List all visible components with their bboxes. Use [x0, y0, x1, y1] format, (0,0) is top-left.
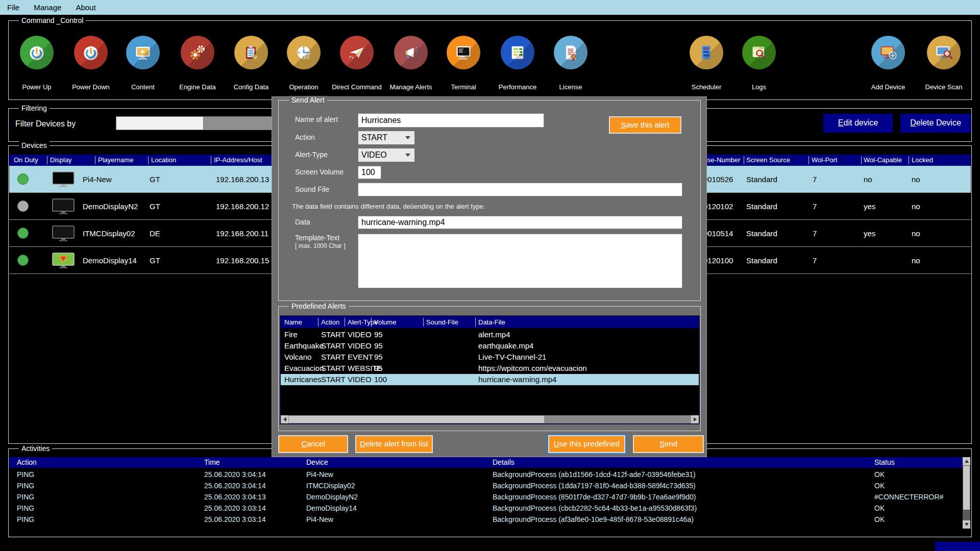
tool-operation[interactable]: Operation [276, 36, 332, 91]
action-label: Action [295, 133, 315, 141]
menu-file[interactable]: File [0, 3, 27, 12]
alert-type-dropdown[interactable]: VIDEO [358, 148, 415, 162]
send-button[interactable]: Send [633, 435, 704, 453]
activity-row[interactable]: PING 25.06.2020 3:04:14 ITMCDisplay02 Ba… [9, 480, 964, 491]
col-wol-capable[interactable]: Wol-Capable [864, 155, 902, 166]
alert-type-value: VIDEO [361, 151, 387, 159]
predefined-alert-row[interactable]: Volcano START EVENT 95 Live-TV-Channel-2… [281, 352, 699, 363]
col-action[interactable]: Action [321, 316, 339, 328]
action-dropdown[interactable]: START [358, 131, 415, 145]
template-text-area[interactable] [358, 234, 682, 288]
alert-name: Volcano [284, 352, 311, 363]
predefined-alert-row-selected[interactable]: Hurricanes START VIDEO 100 hurricane-war… [281, 374, 699, 385]
cancel-button[interactable]: Cancel [278, 435, 348, 453]
power-down-icon [74, 36, 108, 69]
col-ip[interactable]: IP-Address/Host [214, 155, 262, 166]
col-device[interactable]: Device [306, 457, 328, 468]
on-duty-status-icon [17, 173, 29, 185]
predefined-table-header: Name Action Alert-Type Volume Sound-File… [281, 316, 699, 328]
devices-title: Devices [19, 141, 50, 150]
predefined-alert-row[interactable]: Evacuacion START WEBSITE 95 https://wpit… [281, 363, 699, 374]
col-playername[interactable]: Playername [98, 155, 133, 166]
activities-scrollbar[interactable] [963, 457, 970, 529]
save-alert-button[interactable]: Save this alert [609, 116, 681, 134]
alert-action: START [321, 374, 346, 385]
device-license: 9120102 [703, 193, 733, 220]
data-field-note: The data field contains different data, … [292, 203, 485, 210]
col-volume[interactable]: Volume [374, 316, 396, 328]
activity-details: BackgroundProcess (ab1d1566-1dcd-412f-ad… [493, 469, 696, 480]
scrollbar-thumb[interactable] [289, 416, 544, 423]
tool-power-down[interactable]: Power Down [63, 36, 119, 91]
tool-label: License [543, 83, 599, 91]
predefined-alerts-title: Predefined Alerts [289, 302, 349, 311]
col-action[interactable]: Action [17, 457, 37, 468]
alert-action: START [321, 363, 346, 374]
alert-name-input[interactable] [358, 113, 544, 128]
device-location: GT [150, 166, 160, 193]
col-status[interactable]: Status [874, 457, 895, 468]
col-location[interactable]: Location [151, 155, 176, 166]
activity-row[interactable]: PING 25.06.2020 3:04:14 Pi4-New Backgrou… [9, 469, 964, 480]
activity-time: 25.06.2020 3:04:13 [204, 491, 266, 503]
device-license: 9120100 [703, 247, 733, 274]
menu-about[interactable]: About [68, 3, 103, 12]
col-name[interactable]: Name [284, 316, 302, 328]
tool-performance[interactable]: Performance [489, 36, 546, 91]
delete-device-button[interactable]: Delete Device [900, 114, 971, 133]
predefined-alert-row[interactable]: Earthquake START VIDEO 95 earthquake.mp4 [281, 340, 699, 352]
add-device-icon [871, 36, 905, 69]
device-playername: Pi4-New [83, 166, 112, 193]
tool-logs[interactable]: Logs [731, 36, 787, 91]
command-control-title: Command _Control [19, 16, 86, 25]
scroll-left-icon[interactable] [281, 415, 288, 423]
app-window: File Manage About Command _Control Power… [0, 0, 980, 551]
tool-add-device[interactable]: Add Device [860, 36, 916, 91]
scroll-down-icon[interactable] [963, 520, 970, 529]
tool-content[interactable]: Content [115, 36, 171, 91]
col-wol-port[interactable]: Wol-Port [812, 155, 837, 166]
sound-file-input[interactable] [358, 183, 682, 196]
scheduler-icon [690, 36, 723, 69]
tool-device-scan[interactable]: Device Scan [916, 36, 972, 91]
alert-type-label: Alert-Type [295, 151, 328, 159]
edit-device-button[interactable]: Edit device [823, 114, 893, 133]
tool-scheduler[interactable]: Scheduler [678, 36, 734, 91]
scrollbar-thumb[interactable] [963, 466, 970, 510]
data-input[interactable] [358, 216, 682, 229]
tool-engine-data[interactable]: Engine Data [169, 36, 226, 91]
col-alert-type[interactable]: Alert-Type [348, 316, 378, 328]
col-display[interactable]: Display [50, 155, 72, 166]
device-screen-source: Standard [746, 193, 777, 220]
tool-manage-alerts[interactable]: Manage Alerts [383, 36, 439, 91]
use-predefined-button[interactable]: Use this predefined [548, 435, 625, 453]
tool-direct-command[interactable]: Direct Command [329, 36, 385, 91]
alert-type: VIDEO [348, 329, 372, 340]
activities-table-header: Action Time Device Details Status [9, 457, 963, 468]
predefined-alert-row[interactable]: Fire START VIDEO 95 alert.mp4 [281, 329, 699, 340]
device-playername: ITMCDisplay02 [83, 220, 135, 247]
col-data-file[interactable]: Data-File [478, 316, 505, 328]
activity-row[interactable]: PING 25.06.2020 3:03:14 Pi4-New Backgrou… [9, 514, 964, 525]
tool-license[interactable]: License [543, 36, 599, 91]
activity-details: BackgroundProcess (8501f7de-d327-47d7-9b… [493, 491, 696, 503]
screen-volume-input[interactable] [358, 166, 381, 179]
activity-row[interactable]: PING 25.06.2020 3:04:13 DemoDisplayN2 Ba… [9, 491, 964, 503]
col-time[interactable]: Time [204, 457, 220, 468]
scroll-up-icon[interactable] [963, 457, 970, 465]
tool-terminal[interactable]: Terminal [435, 36, 492, 91]
tool-config-data[interactable]: Config Data [223, 36, 279, 91]
col-details[interactable]: Details [493, 457, 514, 468]
display-warning-screen-icon [52, 253, 75, 270]
delete-alert-button[interactable]: Delete alert from list [355, 435, 433, 453]
predefined-alerts-hscrollbar[interactable] [281, 415, 699, 423]
col-locked[interactable]: Locked [912, 155, 933, 166]
scroll-right-icon[interactable] [691, 415, 699, 423]
menu-manage[interactable]: Manage [27, 3, 68, 12]
col-screen-src[interactable]: Screen Source [746, 155, 790, 166]
activity-row[interactable]: PING 25.06.2020 3:03:14 DemoDisplay14 Ba… [9, 503, 964, 514]
alert-volume: 95 [374, 363, 383, 374]
tool-power-up[interactable]: Power Up [9, 36, 65, 91]
col-sound-file[interactable]: Sound-File [426, 316, 458, 328]
col-on-duty[interactable]: On Duty [14, 155, 38, 166]
